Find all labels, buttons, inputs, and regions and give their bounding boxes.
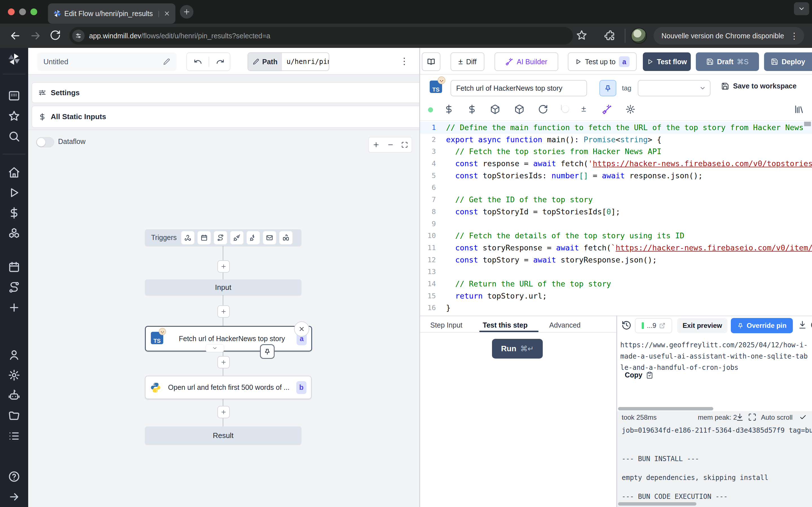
- editor-toggle[interactable]: [561, 105, 562, 110]
- dataflow-toggle[interactable]: [36, 137, 54, 147]
- folder-icon[interactable]: [8, 409, 20, 422]
- editor-settings-gear-button[interactable]: [625, 104, 636, 114]
- url-bar[interactable]: app.windmill.dev/flows/edit/u/henri/pin_…: [69, 27, 573, 45]
- home-icon[interactable]: [8, 166, 20, 179]
- add-resource-button[interactable]: [467, 104, 477, 114]
- info-button[interactable]: [810, 320, 812, 330]
- user-icon[interactable]: [8, 349, 20, 361]
- code-line[interactable]: 10 // Fetch the details of the top story…: [420, 230, 812, 242]
- runs-play-icon[interactable]: [8, 186, 20, 199]
- browser-tab[interactable]: Edit Flow u/henri/pin_results |: [48, 3, 175, 24]
- fit-view-button[interactable]: [401, 142, 408, 148]
- check-icon[interactable]: [799, 413, 807, 421]
- create-plus-icon[interactable]: [8, 301, 20, 314]
- undo-button[interactable]: [187, 57, 209, 67]
- triggers-node[interactable]: Triggers: [145, 229, 301, 246]
- path-control[interactable]: Path u/henri/pin: [248, 52, 329, 71]
- code-line[interactable]: 15 return topStory.url;: [420, 290, 812, 302]
- add-step-button[interactable]: [217, 305, 230, 318]
- code-line[interactable]: 11 const storyResponse = await fetch(`ht…: [420, 242, 812, 254]
- profile-avatar[interactable]: [631, 28, 647, 44]
- step-title-input[interactable]: Fetch url of HackerNews top story: [451, 80, 587, 96]
- override-pin-button[interactable]: Override pin: [731, 318, 793, 333]
- help-icon[interactable]: [8, 470, 20, 483]
- result-node[interactable]: Result: [145, 427, 301, 445]
- code-line[interactable]: 5 const topStoriesIds: number[] = await …: [420, 170, 812, 182]
- add-step-button[interactable]: [217, 406, 230, 418]
- schedule-icon[interactable]: [197, 231, 211, 245]
- site-settings-icon[interactable]: [72, 30, 85, 42]
- expand-arrow-icon[interactable]: [8, 491, 20, 503]
- flow-canvas[interactable]: Dataflow Triggers Input TS: [28, 129, 419, 507]
- add-variable-button[interactable]: [444, 104, 454, 114]
- step-node-b[interactable]: Open url and fetch first 500 words of ..…: [145, 376, 312, 399]
- zoom-in-button[interactable]: [372, 141, 380, 149]
- code-line[interactable]: 12 const topStory = await storyResponse.…: [420, 254, 812, 266]
- tab-close-icon[interactable]: [163, 10, 170, 17]
- expand-logs-button[interactable]: [748, 413, 756, 421]
- log-hscrollbar[interactable]: [618, 407, 713, 410]
- back-button[interactable]: [9, 30, 21, 42]
- zoom-window-button[interactable]: [31, 8, 37, 15]
- kebab-menu-icon[interactable]: ⋮: [790, 31, 799, 41]
- close-window-button[interactable]: [8, 8, 15, 15]
- diff-toggle-button[interactable]: ±: [581, 104, 586, 114]
- diff-button[interactable]: ±Diff: [451, 52, 485, 71]
- test-flow-button[interactable]: Test flow: [643, 52, 691, 71]
- forward-button[interactable]: [29, 30, 42, 42]
- email-icon[interactable]: [262, 231, 276, 245]
- pencil-icon[interactable]: [163, 58, 170, 65]
- route-icon[interactable]: [213, 231, 227, 245]
- deploy-button[interactable]: Deploy: [764, 52, 812, 71]
- favorites-star-icon[interactable]: [8, 110, 20, 122]
- settings-gear-icon[interactable]: [8, 369, 20, 381]
- log-panel[interactable]: took 258ms mem peak: 2 Auto scroll job=0…: [617, 411, 812, 507]
- redo-button[interactable]: [209, 57, 231, 67]
- new-tab-button[interactable]: [180, 5, 193, 18]
- code-line[interactable]: 7 // Get the ID of the top story: [420, 194, 812, 206]
- code-line[interactable]: 14 // Return the URL of the top story: [420, 278, 812, 290]
- package-button[interactable]: [514, 104, 524, 114]
- windmill-logo[interactable]: [7, 52, 21, 66]
- job-id-pill[interactable]: ...9: [635, 318, 672, 333]
- package-button[interactable]: [490, 104, 500, 114]
- resources-cubes-icon[interactable]: [8, 227, 20, 239]
- copy-result-button[interactable]: Copy: [625, 371, 653, 379]
- webhook-icon[interactable]: [181, 231, 195, 245]
- tag-select[interactable]: [638, 80, 711, 96]
- library-button[interactable]: [794, 104, 804, 114]
- test-up-to-button[interactable]: Test up to a: [568, 52, 637, 71]
- download-logs-button[interactable]: [735, 413, 744, 421]
- variables-dollar-icon[interactable]: [8, 207, 20, 219]
- reset-button[interactable]: [538, 104, 548, 114]
- tab-test-this-step[interactable]: Test this step: [483, 321, 527, 329]
- flow-name-field[interactable]: Untitled: [37, 52, 176, 71]
- draft-button[interactable]: Draft⌘S: [696, 52, 759, 71]
- app-grid-icon[interactable]: [8, 90, 20, 102]
- code-line[interactable]: 16}: [420, 302, 812, 314]
- tab-advanced[interactable]: Advanced: [549, 321, 580, 329]
- bookmark-star-icon[interactable]: [576, 29, 588, 41]
- code-line[interactable]: 8 const topStoryId = topStoriesIds[0];: [420, 206, 812, 218]
- websocket-icon[interactable]: [230, 231, 244, 245]
- tab-search-chevron-button[interactable]: [794, 2, 809, 15]
- minimize-window-button[interactable]: [19, 8, 26, 15]
- test-up-to-step-badge[interactable]: a: [619, 56, 629, 67]
- code-line[interactable]: 2export async function main(): Promise<s…: [420, 134, 812, 146]
- pin-toggle-button[interactable]: [599, 80, 616, 96]
- code-editor[interactable]: 1// Define the main function to fetch th…: [420, 122, 812, 316]
- history-button[interactable]: [621, 320, 631, 330]
- download-result-button[interactable]: [798, 320, 807, 329]
- chrome-update-button[interactable]: Nouvelle version de Chrome disponible ⋮: [654, 27, 804, 45]
- run-button[interactable]: Run ⌘↵: [492, 339, 543, 358]
- code-line[interactable]: 6: [420, 182, 812, 194]
- code-line[interactable]: 13: [420, 266, 812, 278]
- add-step-button[interactable]: [217, 260, 230, 273]
- code-line[interactable]: 9: [420, 218, 812, 230]
- collapse-node-chevron[interactable]: [206, 344, 224, 352]
- add-step-button[interactable]: [217, 356, 230, 369]
- external-link-icon[interactable]: [659, 323, 665, 329]
- worker-robot-icon[interactable]: [8, 389, 20, 402]
- audit-list-icon[interactable]: [8, 430, 20, 442]
- reload-button[interactable]: [50, 30, 61, 41]
